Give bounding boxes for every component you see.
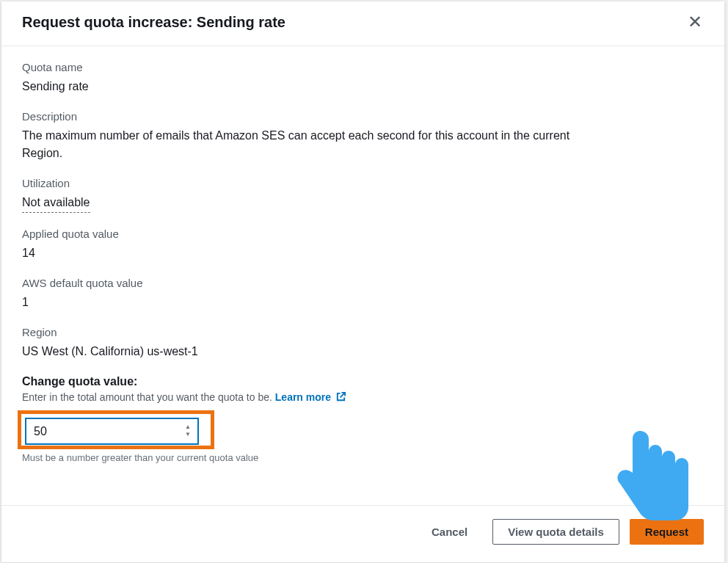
hint-change-value: Enter in the total amount that you want …	[22, 391, 704, 404]
modal-title: Request quota increase: Sending rate	[22, 14, 285, 31]
external-link-icon	[335, 391, 346, 404]
value-applied: 14	[22, 244, 704, 262]
field-default: AWS default quota value 1	[22, 277, 704, 311]
close-button[interactable]: ✕	[686, 13, 704, 31]
label-quota-name: Quota name	[22, 61, 704, 73]
field-region: Region US West (N. California) us-west-1	[22, 326, 704, 360]
field-applied: Applied quota value 14	[22, 228, 704, 262]
input-highlight-box: ▲▼	[18, 410, 214, 449]
modal-header: Request quota increase: Sending rate ✕	[1, 1, 724, 46]
label-default: AWS default quota value	[22, 277, 704, 289]
modal-footer: Cancel View quota details Request	[1, 505, 724, 562]
field-change-value: Change quota value: Enter in the total a…	[22, 375, 704, 463]
quota-value-input[interactable]	[26, 418, 198, 444]
value-quota-name: Sending rate	[22, 78, 704, 95]
label-utilization: Utilization	[22, 177, 704, 189]
cancel-button[interactable]: Cancel	[417, 520, 482, 544]
label-applied: Applied quota value	[22, 228, 704, 240]
quota-request-modal: Request quota increase: Sending rate ✕ Q…	[1, 1, 724, 562]
value-description: The maximum number of emails that Amazon…	[22, 127, 594, 162]
modal-body: Quota name Sending rate Description The …	[1, 46, 724, 505]
view-details-button[interactable]: View quota details	[492, 519, 619, 545]
learn-more-link[interactable]: Learn more	[275, 391, 346, 403]
below-hint: Must be a number greater than your curre…	[22, 452, 704, 463]
request-button[interactable]: Request	[630, 519, 704, 545]
field-utilization: Utilization Not available	[22, 177, 704, 213]
close-icon: ✕	[688, 12, 702, 32]
value-utilization: Not available	[22, 194, 704, 213]
value-region: US West (N. California) us-west-1	[22, 343, 704, 360]
label-description: Description	[22, 110, 704, 123]
label-region: Region	[22, 326, 704, 338]
value-default: 1	[22, 294, 704, 311]
label-change-value: Change quota value:	[22, 375, 704, 388]
field-quota-name: Quota name Sending rate	[22, 61, 704, 95]
field-description: Description The maximum number of emails…	[22, 110, 704, 162]
